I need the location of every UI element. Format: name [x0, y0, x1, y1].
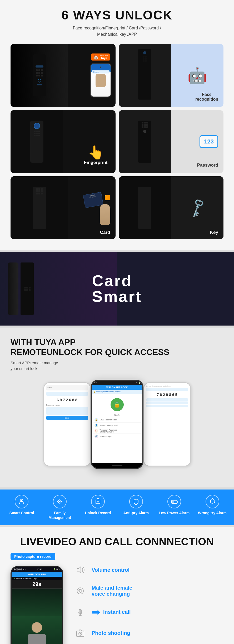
phone-live-header: WIFI LOCK PRO [12, 572, 62, 577]
menu-item-1: 👤 Member Management [93, 423, 141, 428]
separator-4 [0, 525, 234, 527]
unlock-key-card: 🗝️ Key [119, 176, 224, 239]
card-label: Card [100, 230, 110, 235]
svg-point-19 [79, 590, 81, 592]
feature-anti-pry: Anti-pry Alarm [120, 495, 152, 515]
unlock-fingerprint-card: 👆 Fingerprint [11, 110, 116, 173]
wrong-try-label: Wrong try Alarm [198, 511, 227, 515]
face-label: Facerecognition [195, 92, 218, 101]
family-management-icon [53, 495, 67, 508]
key-label: Key [210, 230, 218, 235]
phone-main: 10:48 4G🔋 WIFI SMART LOCK 🔒 Security Pro… [91, 380, 143, 469]
phone-live-topbar: 中国移动 4G10:48🔋77% [12, 567, 62, 572]
tuya-title: WITH TUYA APPREMOTEUNLOCK FOR QUICK ACCE… [11, 337, 223, 357]
phone-live-container: Photo capture record 中国移动 4G10:48🔋77% WI… [11, 553, 66, 644]
phone-content: 🔓 Notify 🔓 10/29 Record Unlock 👤 Member … [92, 394, 142, 463]
unlock-record-icon [91, 495, 105, 508]
wrong-try-icon [206, 495, 219, 508]
lv-photo-row: Photo shooting [74, 626, 223, 640]
menu-item-2: ⏰ Temporary PasswordOffline Password [93, 428, 141, 434]
unlock-card-card: SMARTKEYCARD 📶 Card [11, 176, 116, 239]
svg-rect-16 [172, 501, 174, 503]
svg-point-7 [59, 501, 61, 502]
unlock-subtitle: Face recognition/Fingerprint / Card /Pas… [11, 25, 223, 38]
unlock-title: 6 WAYS UNLOCK [11, 8, 223, 22]
phone-mockup-container: Alarm 6 9 7 2 6 8 8 Password Name Save t… [11, 377, 223, 477]
features-section: Smart Control Family Management [0, 490, 234, 525]
phone-live-device: 中国移动 4G10:48🔋77% WIFI LOCK PRO ● Remote … [11, 566, 63, 644]
card-smart-section: Card Smart [0, 252, 234, 326]
lv-instant-call-row: ➡ Instant call [74, 605, 223, 619]
feature-low-power: Low Power Alarm [158, 495, 190, 515]
photo-icon [74, 626, 87, 640]
unlock-section: 6 WAYS UNLOCK Face recognition/Fingerpri… [0, 0, 234, 250]
smart-control-icon [15, 495, 28, 508]
feature-wrong-try: Wrong try Alarm [197, 495, 228, 515]
svg-point-18 [77, 588, 83, 594]
unlock-app-card: 🏠 works withTuya 📱 ☎ Answer [11, 44, 116, 107]
phone-topbar: WIFI SMART LOCK [92, 385, 142, 390]
fingerprint-label: Fingerprint [84, 160, 108, 165]
feature-family-management: Family Management [44, 495, 76, 520]
low-power-label: Low Power Alarm [159, 511, 190, 515]
separator-2 [0, 326, 234, 328]
card-smart-text: Card Smart [92, 273, 142, 305]
family-management-label: Family Management [44, 511, 76, 520]
feature-unlock-record: Unlock Record [82, 495, 114, 515]
unlock-grid: 🏠 works withTuya 📱 ☎ Answer [11, 44, 223, 239]
svg-point-13 [136, 503, 136, 503]
svg-rect-15 [177, 501, 178, 503]
svg-rect-8 [96, 500, 100, 504]
tuya-logo: 🏠 works withTuya [91, 54, 110, 61]
phone-unlock-btn[interactable]: 🔓 [111, 398, 124, 411]
phone-main-screen: 10:48 4G🔋 WIFI SMART LOCK 🔒 Security Pro… [92, 381, 142, 463]
menu-item-3: 🔗 Smart Linkage [93, 434, 141, 439]
menu-item-0: 🔓 10/29 Record Unlock [93, 417, 141, 423]
unlock-record-label: Unlock Record [85, 511, 111, 515]
separator-3 [0, 487, 234, 490]
phone-live-video-area [12, 589, 62, 644]
phone-behind-right: the one-time password is obtained. 7 6 2… [143, 382, 191, 466]
anti-pry-icon [129, 495, 143, 508]
lv-voice-row: Male and femalevoice changing [74, 584, 223, 597]
unlock-password-card: 123 Password [119, 110, 224, 173]
tuya-phone-small: 📱 ☎ Answer [90, 63, 111, 97]
voice-change-icon [74, 584, 87, 597]
volume-label: Volume control [92, 567, 130, 573]
anti-pry-label: Anti-pry Alarm [123, 511, 149, 515]
livevideo-content: Photo capture record 中国移动 4G10:48🔋77% WI… [11, 553, 223, 644]
voice-change-label: Male and femalevoice changing [92, 585, 132, 597]
tuya-section: WITH TUYA APPREMOTEUNLOCK FOR QUICK ACCE… [0, 328, 234, 487]
low-power-icon [167, 495, 181, 508]
smart-control-label: Smart Control [9, 511, 34, 515]
volume-icon [74, 563, 87, 576]
password-label: Password [197, 163, 218, 168]
photo-capture-badge: Photo capture record [11, 553, 55, 560]
instant-call-icon [74, 605, 87, 619]
photo-label: Photo shooting [92, 630, 130, 636]
instant-call-label: Instant call [103, 609, 131, 615]
unlock-face-card: 🤖 Facerecognition [119, 44, 224, 107]
lv-volume-row: Volume control [74, 563, 223, 576]
livevideo-section: LIVEVIDEO AND CALL CONNNECTION Photo cap… [0, 527, 234, 644]
phone-behind-left: Alarm 6 9 7 2 6 8 8 Password Name Save [43, 382, 91, 466]
tuya-desc: Smart APP,remote manage your smart lock [11, 360, 223, 372]
phone-live-screen: 中国移动 4G10:48🔋77% WIFI LOCK PRO ● Remote … [12, 567, 62, 644]
feature-smart-control: Smart Control [6, 495, 37, 515]
livevideo-title: LIVEVIDEO AND CALL CONNNECTION [11, 536, 223, 548]
livevideo-features: Volume control Male and femalevoice chan… [74, 553, 223, 644]
phone-screen-group: Alarm 6 9 7 2 6 8 8 Password Name Save t… [38, 377, 196, 472]
svg-point-24 [80, 633, 81, 635]
svg-point-1 [21, 500, 22, 501]
separator-1 [0, 250, 234, 252]
